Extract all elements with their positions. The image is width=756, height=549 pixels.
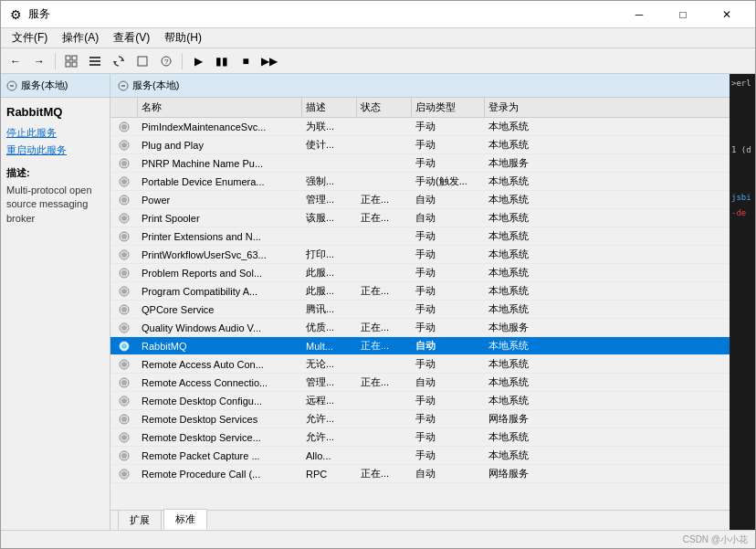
menu-view[interactable]: 查看(V) [106,28,157,48]
svg-point-31 [121,252,127,258]
back-button[interactable]: ← [5,51,26,71]
svg-point-41 [121,343,127,349]
col-status[interactable]: 状态 [357,98,412,117]
row-logon: 本地系统 [485,118,558,135]
menu-action[interactable]: 操作(A) [55,28,106,48]
forward-button[interactable]: → [28,51,50,71]
row-startup: 手动 [412,136,485,153]
row-logon: 本地系统 [485,136,558,153]
row-logon: 本地系统 [485,337,558,354]
sidebar: 服务(本地) RabbitMQ 停止此服务 重启动此服务 描述: Multi-p… [1,74,110,530]
svg-rect-3 [72,62,77,67]
table-row[interactable]: PNRP Machine Name Pu...手动本地服务 [110,154,730,173]
row-logon: 本地系统 [485,246,558,263]
row-desc: 管理... [302,191,357,208]
row-logon: 本地系统 [485,264,558,281]
row-status: 正在... [357,319,412,336]
row-name: Remote Desktop Services [138,410,302,428]
row-startup: 手动 [412,301,485,318]
menu-help[interactable]: 帮助(H) [157,28,209,48]
row-desc: 允许... [302,410,357,428]
row-name: PrintWorkflowUserSvc_63... [138,246,302,263]
row-status [357,301,412,318]
svg-rect-4 [89,57,100,58]
row-logon: 本地系统 [485,227,558,245]
row-logon: 本地系统 [485,209,558,227]
table-row[interactable]: Remote Procedure Call (...RPC正在...自动网络服务 [110,465,730,483]
refresh-button[interactable] [108,51,130,71]
svg-point-43 [121,362,127,367]
tab-standard[interactable]: 标准 [163,509,207,530]
row-status: 正在... [357,465,412,482]
row-name: PNRP Machine Name Pu... [138,154,302,172]
table-row[interactable]: Print Spooler该服...正在...自动本地系统 [110,209,730,227]
terminal-text: >erl 1 (d jsbi -de [730,74,755,222]
separator-2 [182,53,183,69]
stop-button[interactable]: ■ [235,51,257,71]
row-status [357,428,412,446]
table-row[interactable]: QPCore Service腾讯...手动本地系统 [110,301,730,319]
terminal-line-2: 1 (d [731,144,753,156]
close-button[interactable]: ✕ [706,1,748,28]
svg-point-25 [121,197,127,203]
table-row[interactable]: RabbitMQMult...正在...自动本地系统 [110,337,730,355]
table-row[interactable]: Remote Desktop Services允许...手动网络服务 [110,410,730,428]
row-startup: 自动 [412,374,485,391]
row-startup: 自动 [412,191,485,208]
row-status [357,410,412,428]
table-row[interactable]: Remote Packet Capture ...Allo...手动本地系统 [110,447,730,465]
menu-file[interactable]: 文件(F) [5,28,55,48]
row-logon: 本地系统 [485,355,558,373]
table-row[interactable]: Quality Windows Audio V...优质...正在...手动本地… [110,319,730,337]
row-desc: Mult... [302,337,357,354]
col-desc[interactable]: 描述 [302,98,357,117]
row-name: Remote Access Auto Con... [138,355,302,373]
edit-button[interactable] [131,51,153,71]
row-status [357,154,412,172]
table-row[interactable]: Problem Reports and Sol...此服...手动本地系统 [110,264,730,282]
minimize-button[interactable]: ─ [618,1,660,28]
restart-button[interactable]: ▶▶ [258,51,280,71]
right-panel-header: 服务(本地) [110,74,730,98]
table-row[interactable]: Remote Access Connectio...管理...正在...自动本地… [110,374,730,392]
play-button[interactable]: ▶ [187,51,209,71]
col-icon [110,98,138,117]
maximize-button[interactable]: □ [662,1,704,28]
table-row[interactable]: Remote Desktop Service...允许...手动本地系统 [110,428,730,447]
col-startup[interactable]: 启动类型 [412,98,485,117]
svg-point-21 [121,161,127,166]
table-row[interactable]: Power管理...正在...自动本地系统 [110,191,730,209]
table-row[interactable]: Remote Desktop Configu...远程...手动本地系统 [110,392,730,410]
row-name: Remote Desktop Configu... [138,392,302,409]
row-name: Power [138,191,302,208]
row-name: PimIndexMaintenanceSvc... [138,118,302,135]
view-btn-1[interactable] [60,51,82,71]
table-row[interactable]: PimIndexMaintenanceSvc...为联...手动本地系统 [110,118,730,136]
pause-button[interactable]: ▮▮ [211,51,233,71]
table-row[interactable]: Remote Access Auto Con...无论...手动本地系统 [110,355,730,374]
help-button[interactable]: ? [155,51,177,71]
table-row[interactable]: Plug and Play使计...手动本地系统 [110,136,730,154]
table-row[interactable]: Printer Extensions and N...手动本地系统 [110,227,730,246]
view-btn-2[interactable] [84,51,106,71]
row-logon: 本地系统 [485,301,558,318]
services-table[interactable]: 名称 描述 状态 启动类型 登录为 PimIndexMaintenanceSvc… [110,98,730,510]
col-name[interactable]: 名称 [138,98,302,117]
table-row[interactable]: Portable Device Enumera...强制...手动(触发...本… [110,173,730,191]
table-row[interactable]: PrintWorkflowUserSvc_63...打印...手动本地系统 [110,246,730,264]
row-desc: 此服... [302,264,357,281]
restart-service-link[interactable]: 重启动此服务 [6,143,104,157]
stop-service-link[interactable]: 停止此服务 [6,126,104,140]
col-logon[interactable]: 登录为 [485,98,558,117]
row-status: 正在... [357,191,412,208]
table-row[interactable]: Program Compatibility A...此服...正在...手动本地… [110,282,730,301]
svg-point-47 [121,398,127,404]
right-panel: 服务(本地) 名称 描述 状态 启动类型 登录为 PimIndexMainten… [110,74,730,530]
row-status: 正在... [357,209,412,227]
row-status: 正在... [357,374,412,391]
row-logon: 网络服务 [485,410,558,428]
tab-expand[interactable]: 扩展 [118,510,162,530]
svg-rect-9 [138,57,147,66]
row-desc [302,154,357,172]
window-controls: ─ □ ✕ [618,1,748,28]
